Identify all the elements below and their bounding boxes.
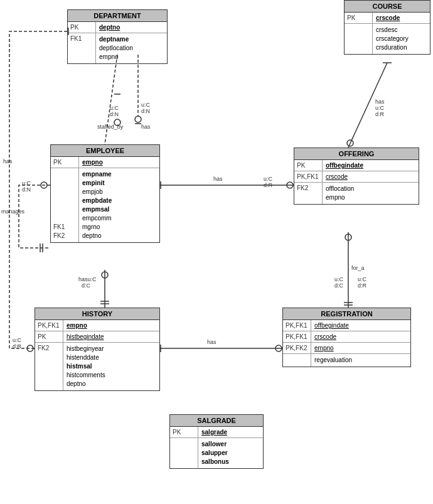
has-label-dept-emp: has [141,124,151,130]
dept-emp-dn-label: d:N [110,111,119,117]
off-reg-uc: u:C [334,276,344,282]
history-fk2-label: FK2 [35,343,63,390]
history-pk1-label: PK,FK1 [35,320,63,331]
reg-pk1-label: PK,FK1 [283,320,311,331]
offering-fk-label: FK2 [294,183,323,204]
dept-emp-uc-label: u:C [110,105,119,111]
has-left-label: has [3,158,13,164]
dept-pk-attr: deptno [96,22,123,33]
history-pk1-attr: empno [63,320,90,331]
salgrade-header: SALGRADE [170,415,263,427]
has-dn-label: d:N [141,108,150,114]
offering-pk1-label: PK [294,160,323,171]
emp-pk-attr: empno [79,157,106,168]
course-off-line [348,63,387,147]
dept-pk-label: PK [68,22,96,33]
course-off-dr: d:R [375,111,385,117]
has-uc-label: u:C [141,102,151,108]
history-header: HISTORY [35,308,159,320]
salgrade-attrs: sallower salupper salbonus [198,438,232,468]
emp-fk-labels: FK1 FK2 [51,168,79,242]
off-reg-dc: d:C [334,282,344,289]
course-header: COURSE [345,1,430,13]
emp-attrs: empname empinit empjob empbdate empmsal … [79,168,115,242]
salgrade-blank [170,438,198,468]
reg-attrs: regevaluation [311,354,355,367]
salgrade-pk-attr: salgrade [198,427,230,437]
course-off-has-label: has [375,99,385,105]
reg-pk2-attr: crscode [311,331,339,342]
course-pk-attr: crscode [373,13,403,23]
reg-pk3-attr: empno [311,343,337,353]
history-pk2-label: PK [35,331,63,342]
offering-pk2-label: PK,FK1 [294,171,323,182]
diagram-container: DEPARTMENT PK deptno FK1 deptname deptlo… [0,0,433,504]
entity-salgrade: SALGRADE PK salgrade sallower salupper s… [169,414,264,469]
course-off-uc: u:C [375,105,385,111]
employee-header: EMPLOYEE [51,145,159,157]
reg-blank [283,354,311,367]
history-attrs: histbeginyear histenddate histmsal histc… [63,343,109,390]
offering-attrs: offlocation empno [323,183,357,204]
off-reg-dr2: d:R [358,282,367,289]
salgrade-pk-label: PK [170,427,198,437]
entity-offering: OFFERING PK offbegindate PK,FK1 crscode … [294,147,419,205]
entity-employee: EMPLOYEE PK empno FK1 FK2 empname empini… [50,144,160,243]
emp-off-dr: d:R [264,182,273,188]
entity-history: HISTORY PK,FK1 empno PK histbegindate FK… [35,308,160,391]
dept-attrs: deptname deptlocation empno [96,33,136,63]
course-blank [345,24,373,54]
offering-pk1-attr: offbegindate [323,160,366,171]
manages-line [19,185,50,248]
course-pk-label: PK [345,13,373,23]
dept-fk-label: FK1 [68,33,96,63]
entity-registration: REGISTRATION PK,FK1 offbegindate PK,FK1 … [282,308,411,367]
dept-emp-has-circle [135,116,141,122]
entity-course: COURSE PK crscode crsdesc crscategory cr… [344,0,430,55]
emp-reg-has-label: has [207,339,216,345]
history-pk2-attr: histbegindate [63,331,107,342]
department-header: DEPARTMENT [68,10,167,22]
manages-dn: d:N [22,186,31,193]
emp-off-has-label: has [213,176,223,182]
manages-circle-top [41,182,47,188]
course-attrs: crsdesc crscategory crsduration [373,24,412,54]
emp-reg-circle [275,345,282,351]
staffed-by-label: staffed_by [97,124,124,130]
off-reg-circle [345,234,351,240]
reg-pk1-attr: offbegindate [311,320,352,331]
emp-off-uc: u:C [264,176,273,182]
manages-label: manages [1,208,25,215]
hist-dept-dr: d:R [13,343,22,350]
manages-uc: u:C [22,180,31,186]
hist-dept-circle [27,345,33,351]
course-off-circle [347,140,353,146]
reg-pk2-label: PK,FK1 [283,331,311,342]
hist-dept-uc: u:C [13,337,22,343]
registration-header: REGISTRATION [283,308,410,320]
for-a-label: for_a [351,265,365,271]
hasu-label: hasu:C [78,276,97,282]
emp-pk-label: PK [51,157,79,168]
dept-emp-circle1 [114,119,120,126]
emp-off-circle [287,182,293,188]
off-reg-uc2: u:C [358,276,367,282]
offering-pk2-attr: crscode [323,171,351,182]
entity-department: DEPARTMENT PK deptno FK1 deptname deptlo… [67,9,168,64]
reg-pk3-label: PK,FK2 [283,343,311,353]
dept-emp-staffed-line [105,55,117,144]
emp-hist-circle [102,272,108,278]
hasd-label: d:C [82,282,91,289]
offering-header: OFFERING [294,148,419,160]
